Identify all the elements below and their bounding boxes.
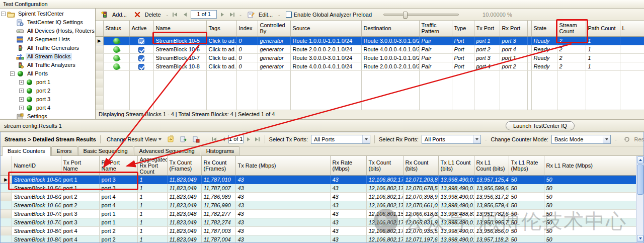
column-header-active[interactable]: Active: [129, 21, 153, 36]
cell-tx-rate-mbps[interactable]: 43: [235, 227, 330, 235]
row-selector[interactable]: ▶: [96, 36, 103, 45]
cell-name-id[interactable]: StreamBlock 10-6/262144: [12, 193, 61, 201]
collapse-icon[interactable]: −: [10, 71, 15, 76]
delete-button[interactable]: Delete: [131, 10, 163, 19]
cell-rx-l1-rate-mbps[interactable]: 50: [544, 201, 636, 210]
cell-rx-l1-rate-mbps[interactable]: 50: [544, 218, 636, 227]
result-row[interactable]: StreamBlock 10-8/393216port 4port 2111,8…: [1, 227, 636, 235]
cell-rx-l1-rate-mbps[interactable]: 50: [544, 235, 636, 243]
streamblock-row[interactable]: StreamBlock 10-7Click to ad...0generator…: [96, 53, 644, 62]
resample-button[interactable]: Resample: [621, 135, 644, 143]
cell-name[interactable]: StreamBlock 10-6: [153, 45, 206, 53]
scrollbar-thumb[interactable]: [637, 165, 643, 195]
column-header-rx-l1-rate-mbps[interactable]: Rx L1 Rate (Mbps): [544, 156, 636, 176]
column-header-tx-count-frames[interactable]: Tx Count (Frames): [167, 156, 201, 176]
active-cell[interactable]: [129, 45, 153, 53]
cell-name-id[interactable]: StreamBlock 10-7/327681: [12, 218, 61, 227]
column-header-tx-rate-mbps[interactable]: Tx Rate (Mbps): [235, 156, 330, 176]
result-row[interactable]: StreamBlock 10-8/393217port 4port 2111,8…: [1, 235, 636, 243]
tree-item-port-2[interactable]: +port 2: [0, 87, 95, 95]
cell-tags[interactable]: Click to ad...: [206, 36, 236, 45]
cell-tx-port-name[interactable]: port 3: [61, 210, 99, 218]
column-header-source[interactable]: Source: [290, 21, 361, 36]
cell-tx-rate-mbps[interactable]: 43: [235, 210, 330, 218]
cell-rx-l1-count-bits[interactable]: 13,956,317,200: [474, 193, 509, 201]
cell-stream-count[interactable]: 2: [557, 45, 586, 53]
cell-tx-l1-count-bits[interactable]: 13,998,490,016: [438, 227, 474, 235]
tree-item-all-segment-lists[interactable]: All Segment Lists: [0, 35, 95, 44]
row-selector[interactable]: [1, 193, 12, 201]
cell-col[interactable]: [527, 62, 531, 70]
cell-tx-port[interactable]: port 4: [474, 62, 500, 70]
cell-rx-port-name[interactable]: port 3: [99, 176, 137, 184]
cell-aggregated-rx-port-count[interactable]: 1: [137, 210, 167, 218]
column-header-rx-port-name[interactable]: Rx Port Name: [99, 156, 137, 176]
cell-tags[interactable]: Click to ad...: [206, 62, 236, 70]
cell-l[interactable]: [620, 36, 644, 45]
status-cell[interactable]: [103, 62, 129, 70]
column-header-tx-port[interactable]: Tx Port: [474, 21, 500, 36]
cell-rx-port-name[interactable]: port 3: [99, 184, 137, 193]
tree-item-all-ports[interactable]: −All Ports: [0, 69, 95, 78]
cell-l[interactable]: [620, 53, 644, 62]
cell-name-id[interactable]: StreamBlock 10-7/327680: [12, 210, 61, 218]
row-selector[interactable]: [1, 218, 12, 227]
column-header-name-id[interactable]: Name/ID: [12, 156, 61, 176]
cell-tx-count-bits[interactable]: 12,106,802,176: [366, 201, 403, 210]
tree-item-port-3[interactable]: +port 3: [0, 95, 95, 104]
cell-rx-count-frames[interactable]: 11,782,274: [201, 218, 235, 227]
last-page-button[interactable]: [229, 11, 236, 18]
row-selector[interactable]: ▶: [1, 176, 12, 184]
cell-rx-rate-mbps[interactable]: 43: [330, 193, 366, 201]
cell-state[interactable]: Ready: [531, 53, 557, 62]
column-header-rx-rate-mbps[interactable]: Rx Rate (Mbps): [330, 156, 366, 176]
cell-rx-l1-count-bits[interactable]: 13,957,125,400: [474, 176, 509, 184]
cell-rx-count-frames[interactable]: 11,786,989: [201, 193, 235, 201]
cell-aggregated-rx-port-count[interactable]: 1: [137, 218, 167, 227]
column-header-tx-l1-rate-mbps[interactable]: Tx L1 Rate (Mbps): [509, 156, 544, 176]
cell-index[interactable]: 0: [236, 45, 258, 53]
cell-controlled-by[interactable]: generator: [258, 36, 290, 45]
cell-rx-l1-rate-mbps[interactable]: 50: [544, 193, 636, 201]
cell-tx-l1-rate-mbps[interactable]: 50: [509, 227, 544, 235]
active-checkbox[interactable]: [138, 38, 144, 44]
cell-destination[interactable]: Route 2.0.0.0-2.0.1.0/24: [361, 62, 419, 70]
status-cell[interactable]: [103, 36, 129, 45]
cell-rx-count-frames[interactable]: 11,786,990: [201, 201, 235, 210]
first-page-button[interactable]: [172, 11, 179, 18]
cell-type[interactable]: Port: [452, 53, 474, 62]
cell-tx-port-name[interactable]: port 1: [61, 184, 99, 193]
streamblock-row[interactable]: StreamBlock 10-6Click to ad...0generator…: [96, 45, 644, 53]
cell-tx-l1-rate-mbps[interactable]: 50: [509, 201, 544, 210]
cell-tx-port[interactable]: port 2: [474, 45, 500, 53]
cell-tx-port-name[interactable]: port 4: [61, 227, 99, 235]
cell-tx-port-name[interactable]: port 1: [61, 176, 99, 184]
cell-tx-l1-rate-mbps[interactable]: 50: [509, 218, 544, 227]
scroll-down-button[interactable]: [637, 235, 643, 242]
cell-rx-rate-mbps[interactable]: 43: [330, 184, 366, 193]
cell-destination[interactable]: Route 3.0.0.0-3.0.1.0/24: [361, 36, 419, 45]
counter-mode-dropdown[interactable]: Basic Mode: [551, 135, 611, 144]
cell-index[interactable]: 0: [236, 53, 258, 62]
export-results-green-icon[interactable]: [179, 135, 187, 143]
cell-l[interactable]: [620, 62, 644, 70]
cell-tx-count-frames[interactable]: 11,823,049: [167, 193, 201, 201]
cell-stream-count[interactable]: 2: [557, 36, 586, 45]
cell-tx-rate-mbps[interactable]: 43: [235, 184, 330, 193]
streamblock-row[interactable]: ▶StreamBlock 10-5Click to ad...0generato…: [96, 36, 644, 45]
cell-tx-count-frames[interactable]: 11,823,049: [167, 227, 201, 235]
cell-tx-rate-mbps[interactable]: 43: [235, 193, 330, 201]
result-row[interactable]: StreamBlock 10-5/196609port 1port 3111,8…: [1, 184, 636, 193]
cell-rx-l1-count-bits[interactable]: 13,956,579,496: [474, 201, 509, 210]
active-cell[interactable]: [129, 36, 153, 45]
active-checkbox[interactable]: [138, 47, 144, 53]
cell-type[interactable]: Port: [452, 36, 474, 45]
tab-errors[interactable]: Errors: [51, 146, 77, 155]
column-header-tx-l1-count-bits[interactable]: Tx L1 Count (bits): [438, 156, 474, 176]
cell-tx-l1-count-bits[interactable]: 13,998,490,016: [438, 201, 474, 210]
tree-item-port-1[interactable]: +port 1: [0, 78, 95, 87]
tree-item-all-traffic-analyzers[interactable]: All Traffic Analyzers: [0, 61, 95, 69]
cell-l[interactable]: [620, 45, 644, 53]
cell-stream-count[interactable]: 2: [557, 62, 586, 70]
cell-rx-l1-count-bits[interactable]: 13,950,995,752: [474, 218, 509, 227]
